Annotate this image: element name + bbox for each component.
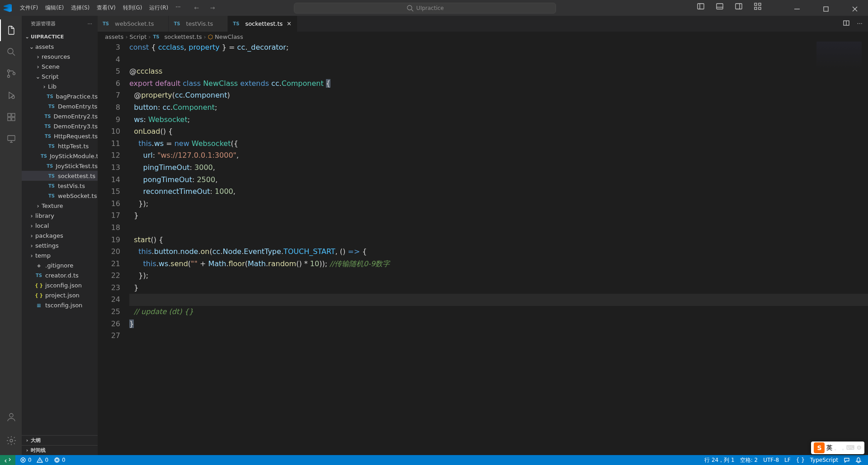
minimap[interactable] — [816, 42, 862, 69]
code-line[interactable]: export default class NewClass extends cc… — [129, 78, 868, 90]
indent-status[interactable]: 空格: 2 — [737, 456, 761, 464]
menu-item[interactable]: 选择(S) — [67, 2, 93, 14]
maximize-button[interactable] — [815, 0, 835, 16]
customize-layout-icon[interactable] — [753, 2, 764, 14]
file-item[interactable]: TSDemoEntry2.ts — [22, 111, 98, 121]
nav-back-icon[interactable]: ← — [194, 5, 199, 11]
editor-tab[interactable]: TStestVis.ts✕ — [169, 16, 228, 32]
code-line[interactable]: button: cc.Component; — [129, 102, 868, 114]
code-line[interactable]: reconnectTimeOut: 1000, — [129, 186, 868, 198]
breadcrumb[interactable]: assets › Script ›TS sockettest.ts ›⬡ New… — [98, 32, 868, 42]
ime-toolbar[interactable]: S 英 。，⌨ ⚙ — [811, 442, 864, 454]
code-line[interactable] — [129, 294, 868, 306]
split-editor-icon[interactable] — [843, 19, 850, 28]
more-actions-icon[interactable]: ··· — [857, 20, 863, 27]
remote-indicator[interactable] — [0, 455, 15, 465]
extensions-tab[interactable] — [0, 106, 22, 128]
problems-status[interactable]: 0 0 — [17, 457, 51, 463]
code-line[interactable]: const { ccclass, property } = cc._decora… — [129, 42, 868, 54]
close-tab-icon[interactable]: ✕ — [285, 20, 292, 28]
code-line[interactable]: start() { — [129, 234, 868, 246]
file-item[interactable]: TSDemoEntry.ts — [22, 101, 98, 111]
run-debug-tab[interactable] — [0, 85, 22, 106]
code-line[interactable]: this.ws.send("" + Math.floor(Math.random… — [129, 258, 868, 270]
code-line[interactable] — [129, 330, 868, 342]
code-line[interactable]: }); — [129, 270, 868, 282]
code-line[interactable]: } — [129, 318, 868, 330]
minimize-button[interactable] — [786, 0, 807, 16]
code-line[interactable]: pongTimeOut: 2500, — [129, 174, 868, 186]
breadcrumb-item[interactable]: assets — [105, 33, 123, 40]
file-item[interactable]: TSJoyStickTest.ts — [22, 161, 98, 171]
folder-item[interactable]: ›local — [22, 221, 98, 230]
nav-forward-icon[interactable]: → — [210, 5, 215, 11]
source-control-tab[interactable] — [0, 63, 22, 85]
command-center[interactable]: UIpractice — [294, 3, 556, 14]
search-tab[interactable] — [0, 41, 22, 63]
file-item[interactable]: ◆.gitignore — [22, 260, 98, 270]
folder-item[interactable]: ›Scene — [22, 61, 98, 71]
encoding-status[interactable]: UTF-8 — [760, 456, 782, 464]
code-line[interactable]: pingTimeOut: 3000, — [129, 162, 868, 174]
file-item[interactable]: TShttpTest.ts — [22, 141, 98, 151]
folder-item[interactable]: ›packages — [22, 230, 98, 240]
file-item[interactable]: { }project.json — [22, 290, 98, 300]
code-line[interactable]: } — [129, 210, 868, 222]
code-line[interactable]: this.button.node.on(cc.Node.EventType.TO… — [129, 246, 868, 258]
folder-item[interactable]: ›Lib — [22, 81, 98, 91]
explorer-tab[interactable] — [0, 19, 22, 41]
code-line[interactable]: onLoad() { — [129, 126, 868, 138]
file-item[interactable]: TSsockettest.ts — [22, 171, 98, 181]
timeline-section[interactable]: ›时间线 — [22, 445, 98, 455]
menu-item[interactable]: 运行(R) — [146, 2, 172, 14]
cursor-position[interactable]: 行 24，列 1 — [702, 456, 737, 464]
layout-panel-icon[interactable] — [715, 2, 726, 14]
layout-sidebar-left-icon[interactable] — [696, 2, 707, 14]
accounts-tab[interactable] — [0, 406, 22, 428]
code-line[interactable]: ws: Websocket; — [129, 114, 868, 126]
file-item[interactable]: ▦tsconfig.json — [22, 300, 98, 310]
project-header[interactable]: ⌄ UIPRACTICE — [22, 32, 98, 42]
code-line[interactable]: // update (dt) {} — [129, 306, 868, 318]
folder-item[interactable]: ›resources — [22, 52, 98, 61]
folder-item[interactable]: ⌄Script — [22, 71, 98, 81]
eol-status[interactable]: LF — [782, 456, 793, 464]
file-item[interactable]: TSbagPractice.ts — [22, 91, 98, 101]
sidebar-more-icon[interactable]: ··· — [88, 21, 93, 27]
settings-tab[interactable] — [0, 430, 22, 451]
folder-item[interactable]: ›library — [22, 211, 98, 221]
code-line[interactable]: url: "ws://127.0.0.1:3000", — [129, 150, 868, 162]
file-item[interactable]: TSHttpRequest.ts — [22, 131, 98, 141]
code-line[interactable]: @property(cc.Component) — [129, 89, 868, 102]
folder-item[interactable]: ⌄assets — [22, 42, 98, 52]
ports-status[interactable]: 0 — [51, 457, 68, 463]
menu-item[interactable]: 编辑(E) — [42, 2, 67, 14]
remote-explorer-tab[interactable] — [0, 128, 22, 150]
notifications-icon[interactable] — [853, 456, 864, 464]
code-line[interactable]: this.ws = new Websocket({ — [129, 138, 868, 150]
ime-tools[interactable]: 。，⌨ ⚙ — [834, 444, 862, 452]
code-line[interactable]: @ccclass — [129, 66, 868, 78]
code-line[interactable]: }); — [129, 198, 868, 210]
code-line[interactable] — [129, 54, 868, 66]
feedback-icon[interactable] — [841, 456, 853, 464]
folder-item[interactable]: ›temp — [22, 250, 98, 260]
code-line[interactable]: } — [129, 282, 868, 294]
menu-item[interactable]: 查看(V) — [93, 2, 119, 14]
menu-item[interactable]: 文件(F) — [16, 2, 42, 14]
language-status[interactable]: { } TypeScript — [793, 456, 841, 464]
outline-section[interactable]: ›大纲 — [22, 435, 98, 445]
folder-item[interactable]: ›settings — [22, 240, 98, 250]
editor-tab[interactable]: TSwebSocket.ts✕ — [98, 16, 169, 32]
ime-lang[interactable]: 英 — [826, 444, 832, 452]
breadcrumb-item[interactable]: sockettest.ts — [165, 33, 202, 40]
file-item[interactable]: TSwebSocket.ts — [22, 191, 98, 201]
editor-tab[interactable]: TSsockettest.ts✕ — [228, 16, 297, 32]
menu-item[interactable]: ··· — [172, 2, 184, 14]
file-item[interactable]: TSDemoEntry3.ts — [22, 121, 98, 131]
close-button[interactable] — [844, 0, 864, 16]
code-line[interactable] — [129, 222, 868, 234]
file-item[interactable]: TSJoyStickModule.ts — [22, 151, 98, 161]
file-item[interactable]: { }jsconfig.json — [22, 280, 98, 290]
code-content[interactable]: const { ccclass, property } = cc._decora… — [129, 42, 868, 455]
